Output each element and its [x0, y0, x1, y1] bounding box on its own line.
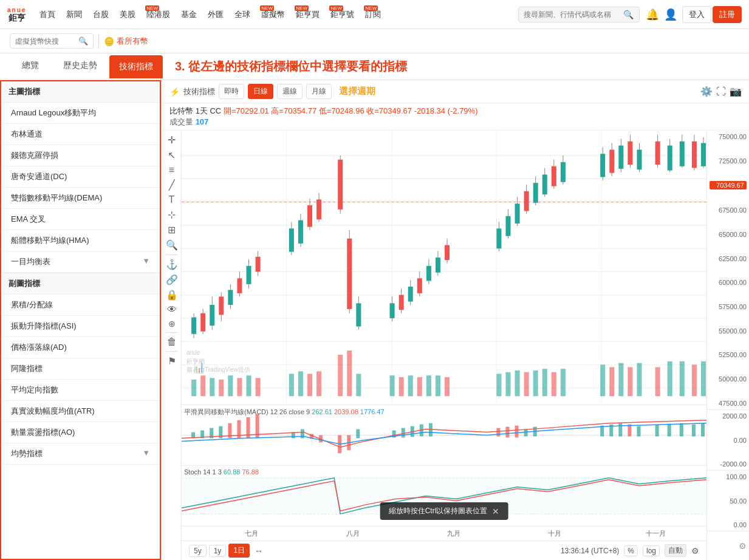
- stoch-area[interactable]: Stoch 14 1 3 60.88 76.88: [182, 465, 706, 526]
- list-item[interactable]: EMA 交叉: [1, 209, 160, 230]
- anchor-tool[interactable]: ⚓: [166, 259, 178, 270]
- settings-icon[interactable]: ⚙️: [700, 86, 713, 97]
- svg-rect-112: [399, 377, 404, 396]
- logo[interactable]: anue 鉅亨: [7, 7, 26, 22]
- text-tool[interactable]: T: [169, 194, 175, 205]
- compare-icon[interactable]: ↔: [255, 546, 263, 556]
- register-button[interactable]: 註冊: [713, 6, 742, 23]
- axis-settings-icon[interactable]: ⚙: [739, 541, 747, 551]
- svg-rect-27: [237, 278, 242, 293]
- logo-bottom: 鉅亨: [9, 13, 26, 22]
- period-btn-monthly[interactable]: 月線: [306, 84, 332, 99]
- camera-icon[interactable]: 📷: [730, 86, 742, 97]
- list-item[interactable]: 均勢指標 ▼: [1, 443, 160, 465]
- list-item[interactable]: 一目均衡表 ▼: [1, 251, 160, 273]
- bell-icon[interactable]: 🔔: [646, 8, 659, 21]
- nav-item-home[interactable]: 首頁: [35, 7, 60, 22]
- pct-btn[interactable]: %: [624, 545, 638, 556]
- nav-item-news[interactable]: 新聞: [61, 7, 87, 22]
- period-btn-weekly[interactable]: 週線: [277, 84, 303, 99]
- zoom-tool[interactable]: 🔍: [166, 239, 178, 251]
- svg-rect-43: [347, 239, 352, 309]
- nav-item-subscribe[interactable]: NEW 訂閱: [360, 7, 386, 22]
- lock-tool[interactable]: 🔗: [166, 274, 178, 285]
- svg-rect-163: [600, 426, 604, 437]
- nav-item-hao[interactable]: NEW 鉅亨號: [326, 7, 359, 22]
- nav-item-buy[interactable]: NEW 鉅亨買: [291, 7, 324, 22]
- svg-rect-115: [426, 375, 431, 396]
- nav-item-fund[interactable]: 基金: [176, 7, 202, 22]
- chart-info: 比特幣 1天 CC 開=70292.01 高=70354.77 低=70248.…: [162, 103, 749, 131]
- svg-rect-75: [561, 162, 566, 182]
- svg-rect-127: [609, 367, 614, 397]
- tab-indicators[interactable]: 技術指標: [109, 55, 163, 78]
- settings-bottom-icon[interactable]: ⚙: [691, 546, 699, 556]
- login-button[interactable]: 登入: [682, 6, 711, 23]
- range-5y[interactable]: 5y: [189, 545, 207, 557]
- svg-rect-172: [701, 423, 705, 437]
- macd-area[interactable]: 平滑異同移動平均線(MACD) 12 26 close 9 262.61 203…: [182, 405, 706, 465]
- user-icon[interactable]: 👤: [664, 8, 677, 21]
- list-item[interactable]: 真實波動幅度均值(ATR): [1, 401, 160, 422]
- list-item[interactable]: 船體移動平均線(HMA): [1, 230, 160, 251]
- svg-rect-154: [402, 428, 405, 438]
- nav-item-us[interactable]: 美股: [115, 7, 140, 22]
- list-item[interactable]: Arnaud Legoux移動平均: [1, 103, 160, 124]
- list-item[interactable]: 價格漲落線(AD): [1, 337, 160, 358]
- shape-tool[interactable]: ⊹: [168, 209, 176, 220]
- tab-overview[interactable]: 總覽: [10, 54, 51, 79]
- candlestick-area[interactable]: 📊 anue 鉅亨網 圖表由TradingView提供: [182, 131, 706, 405]
- svg-rect-71: [542, 174, 547, 194]
- nav-item-crypto[interactable]: NEW 虛擬幣: [256, 7, 290, 22]
- crypto-search-box[interactable]: 🔍: [10, 33, 94, 49]
- svg-rect-133: [680, 361, 685, 396]
- nav-item-hk[interactable]: NEW 陸港股: [142, 7, 175, 22]
- svg-rect-93: [692, 142, 697, 168]
- cursor-tool[interactable]: ↖: [168, 149, 176, 161]
- draw-tool[interactable]: ╱: [169, 179, 175, 191]
- crypto-search-input[interactable]: [15, 37, 76, 46]
- list-item[interactable]: 累積/分配線: [1, 295, 160, 316]
- scroll-notification[interactable]: 縮放時按住Ctrl以保持圖表位置 ✕: [380, 502, 508, 520]
- range-1d[interactable]: 1日: [228, 544, 250, 558]
- expand-icon[interactable]: ⛶: [716, 86, 726, 97]
- list-item[interactable]: 錢德克羅停損: [1, 145, 160, 166]
- range-1y[interactable]: 1y: [209, 545, 227, 557]
- settings2-tool[interactable]: ⊕: [168, 319, 176, 329]
- eye-tool[interactable]: 👁: [167, 304, 177, 315]
- svg-rect-119: [505, 372, 510, 397]
- lock2-tool[interactable]: 🔒: [166, 289, 178, 301]
- svg-rect-135: [701, 361, 706, 396]
- list-item[interactable]: 動量震盪指標(AO): [1, 422, 160, 443]
- delete-tool[interactable]: 🗑: [167, 336, 177, 347]
- crosshair-tool[interactable]: ✛: [168, 134, 176, 146]
- list-item[interactable]: 唐奇安通道(DC): [1, 166, 160, 188]
- svg-rect-108: [338, 355, 343, 396]
- flag-tool[interactable]: ⚑: [168, 355, 176, 367]
- svg-rect-158: [496, 428, 500, 437]
- period-btn-daily[interactable]: 日線: [248, 84, 273, 99]
- nav-item-fx[interactable]: 外匯: [203, 7, 228, 22]
- list-item[interactable]: 阿隆指標: [1, 358, 160, 380]
- log-btn[interactable]: log: [643, 545, 660, 556]
- nav-item-tw[interactable]: 台股: [88, 7, 114, 22]
- svg-rect-123: [542, 369, 547, 396]
- period-btn-realtime[interactable]: 即時: [219, 84, 244, 99]
- measure-tool[interactable]: ⊞: [168, 224, 176, 236]
- tab-history[interactable]: 歷史走勢: [51, 54, 109, 79]
- nav-item-global[interactable]: 全球: [230, 7, 255, 22]
- view-all-link[interactable]: 🪙 看所有幣: [104, 36, 148, 47]
- list-item[interactable]: 平均定向指數: [1, 380, 160, 401]
- svg-rect-67: [524, 191, 529, 211]
- nav-search-box[interactable]: 🔍: [518, 7, 640, 22]
- svg-rect-105: [298, 371, 303, 396]
- auto-btn[interactable]: 自動: [665, 544, 686, 557]
- svg-rect-116: [436, 375, 440, 396]
- list-item[interactable]: 布林通道: [1, 124, 160, 145]
- list-item[interactable]: 雙指數移動平均線(DEMA): [1, 188, 160, 209]
- nav-search-input[interactable]: [524, 10, 621, 19]
- list-item[interactable]: 振動升降指標(ASI): [1, 316, 160, 337]
- notification-close-icon[interactable]: ✕: [492, 507, 499, 516]
- line-tool[interactable]: ≡: [169, 165, 174, 176]
- svg-rect-21: [210, 305, 214, 326]
